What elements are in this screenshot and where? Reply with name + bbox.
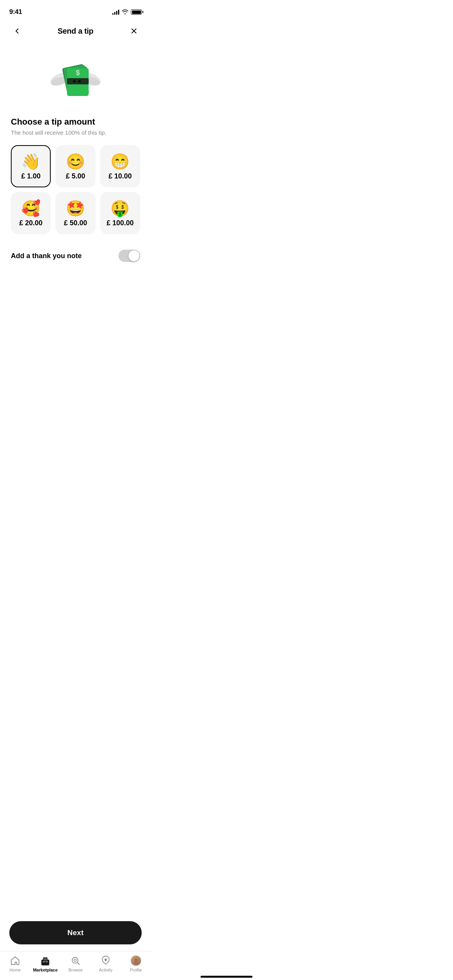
svg-text:$: $ <box>76 69 80 77</box>
back-button[interactable] <box>9 23 25 39</box>
tip-emoji-tip-20: 🥰 <box>21 200 41 216</box>
tip-amount-tip-5: £ 5.00 <box>66 172 85 180</box>
wifi-icon <box>122 9 129 15</box>
tip-amount-grid: 👋£ 1.00😊£ 5.00😁£ 10.00🥰£ 20.00🤩£ 50.00🤑£… <box>11 145 140 234</box>
header: Send a tip <box>0 19 151 43</box>
status-icons <box>112 9 142 15</box>
tip-amount-tip-50: £ 50.00 <box>64 219 87 227</box>
tip-card-tip-1[interactable]: 👋£ 1.00 <box>11 145 51 187</box>
tip-emoji-tip-50: 🤩 <box>66 200 85 216</box>
tip-card-tip-20[interactable]: 🥰£ 20.00 <box>11 192 51 234</box>
thank-you-note-toggle[interactable] <box>118 250 140 262</box>
tip-emoji-tip-1: 👋 <box>21 154 41 169</box>
tip-card-tip-100[interactable]: 🤑£ 100.00 <box>100 192 140 234</box>
signal-icon <box>112 9 119 15</box>
svg-point-12 <box>78 80 81 83</box>
thank-you-note-label: Add a thank you note <box>11 252 82 260</box>
svg-rect-10 <box>67 78 89 84</box>
tip-card-tip-5[interactable]: 😊£ 5.00 <box>55 145 95 187</box>
tip-emoji-tip-5: 😊 <box>66 154 85 169</box>
section-subtitle: The host will receive 100% of this tip. <box>11 129 140 136</box>
main-content: Choose a tip amount The host will receiv… <box>0 117 151 265</box>
tip-amount-tip-100: £ 100.00 <box>106 219 134 227</box>
section-title: Choose a tip amount <box>11 117 140 127</box>
status-bar: 9:41 <box>0 0 151 19</box>
svg-point-11 <box>73 80 76 83</box>
close-button[interactable] <box>126 23 142 39</box>
tip-emoji-tip-10: 😁 <box>110 154 130 169</box>
tip-emoji-tip-100: 🤑 <box>110 200 130 216</box>
tip-card-tip-10[interactable]: 😁£ 10.00 <box>100 145 140 187</box>
tip-amount-tip-1: £ 1.00 <box>21 172 41 180</box>
toggle-thumb <box>129 250 139 261</box>
hero-section: $ <box>0 43 151 117</box>
tip-amount-tip-20: £ 20.00 <box>19 219 43 227</box>
battery-icon <box>131 9 142 15</box>
thank-you-note-row: Add a thank you note <box>11 247 140 265</box>
page-title: Send a tip <box>58 27 94 36</box>
tip-amount-tip-10: £ 10.00 <box>108 172 132 180</box>
status-time: 9:41 <box>9 8 22 16</box>
flying-money-illustration: $ <box>45 51 106 105</box>
tip-card-tip-50[interactable]: 🤩£ 50.00 <box>55 192 95 234</box>
